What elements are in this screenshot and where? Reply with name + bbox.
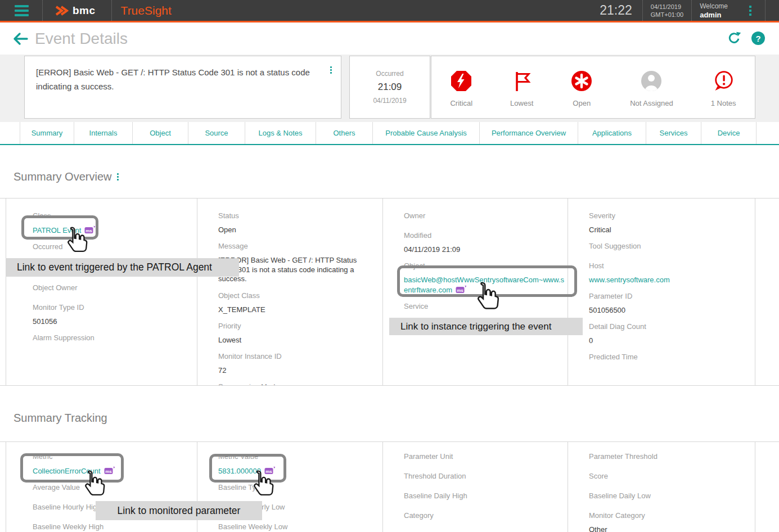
field-threshold-duration: Threshold Duration xyxy=(404,472,557,480)
notes-badge[interactable]: 1 Notes xyxy=(711,70,736,107)
tab-services[interactable]: Services xyxy=(646,122,701,144)
date: 04/11/2019 xyxy=(651,3,683,11)
field-service: Service xyxy=(404,302,557,310)
event-badges: Critical Lowest Open xyxy=(431,56,755,119)
tab-summary[interactable]: Summary xyxy=(20,122,74,144)
date-timezone: 04/11/2019 GMT+01:00 xyxy=(651,3,683,19)
tab-object[interactable]: Object xyxy=(132,122,188,144)
tab-source[interactable]: Source xyxy=(188,122,245,144)
status-badge[interactable]: Open xyxy=(571,70,592,107)
field-tool-suggestion: Tool Suggestion xyxy=(589,242,745,250)
class-link[interactable]: PATROL Eventms xyxy=(33,226,187,235)
event-details-page: bmc TrueSight 21:22 04/11/2019 GMT+01:00… xyxy=(0,0,779,532)
event-menu-icon[interactable] xyxy=(330,66,332,74)
field-message: Message [ERROR] Basic Web - GET /: HTTP … xyxy=(218,242,372,284)
object-link[interactable]: basicWeb@hostWwwSentrysoftwareCom~www.se… xyxy=(404,276,568,295)
overview-column-2: Status Open Message [ERROR] Basic Web - … xyxy=(197,199,383,385)
event-message-box: [ERROR] Basic Web - GET /: HTTP Status C… xyxy=(24,56,341,119)
field-baseline-daily-high: Baseline Daily High xyxy=(404,492,557,500)
timezone: GMT+01:00 xyxy=(651,11,683,19)
field-modified: Modified 04/11/2019 21:09 xyxy=(404,231,557,254)
field-monitor-instance-id: Monitor Instance ID 72 xyxy=(218,352,372,375)
field-detail-diag-count: Detail Diag Count 0 xyxy=(589,322,745,345)
menu-icon[interactable] xyxy=(15,5,29,16)
metric-link[interactable]: CollectionErrorCountms xyxy=(33,466,187,476)
welcome-label: Welcome xyxy=(700,2,728,11)
occurred-box: Occurred 21:09 04/11/2019 xyxy=(349,56,430,119)
field-predicted-time: Predicted Time xyxy=(589,353,745,361)
tab-others[interactable]: Others xyxy=(316,122,372,144)
note-bubble-icon xyxy=(713,70,734,92)
field-baseline-daily-low: Baseline Daily Low xyxy=(589,492,745,500)
divider xyxy=(691,0,692,21)
truesight-logo: TrueSight xyxy=(121,4,172,17)
field-host: Host www.sentrysoftware.com xyxy=(589,262,745,285)
tab-applications[interactable]: Applications xyxy=(578,122,646,144)
annotation-callout-instance: Link to instance triggering the event xyxy=(389,318,583,335)
field-baseline-weekly-low: Baseline Weekly Low xyxy=(218,522,372,531)
tracking-column-3: Parameter Unit Threshold Duration Baseli… xyxy=(383,442,568,532)
back-arrow-icon[interactable] xyxy=(12,32,28,46)
host-link[interactable]: www.sentrysoftware.com xyxy=(589,276,745,285)
svg-text:ms: ms xyxy=(86,228,93,233)
clock: 21:22 xyxy=(600,3,632,18)
username: admin xyxy=(700,11,728,19)
field-parameter-unit: Parameter Unit xyxy=(404,452,557,461)
field-priority: Priority Lowest xyxy=(218,322,372,345)
field-alarm-suppression: Alarm Suppression xyxy=(33,333,187,342)
page-header: Event Details ? xyxy=(0,22,779,55)
svg-text:ms: ms xyxy=(265,469,272,474)
occurred-date: 04/11/2019 xyxy=(350,97,430,105)
summary-overview-heading: Summary Overview xyxy=(13,170,779,183)
user-greeting[interactable]: Welcome admin xyxy=(700,2,728,19)
crosslaunch-icon[interactable]: ms xyxy=(264,466,276,475)
field-object: Object basicWeb@hostWwwSentrysoftwareCom… xyxy=(404,262,557,295)
divider xyxy=(111,0,112,21)
field-parameter-threshold: Parameter Threshold xyxy=(589,452,745,461)
field-owner: Owner xyxy=(404,211,557,220)
event-message: [ERROR] Basic Web - GET /: HTTP Status C… xyxy=(36,65,320,93)
flag-icon xyxy=(511,70,533,92)
overview-column-1: Class PATROL Eventms Occurred 04/11/2019… xyxy=(6,199,197,385)
divider xyxy=(42,0,43,21)
tab-internals[interactable]: Internals xyxy=(74,122,132,144)
field-monitor-category: Monitor Category Other xyxy=(589,511,745,532)
help-icon[interactable]: ? xyxy=(751,31,766,46)
person-icon xyxy=(641,70,662,92)
summary-tracking-heading: Summary Tracking xyxy=(13,411,779,425)
bmc-wordmark: bmc xyxy=(73,4,96,17)
open-asterisk-icon xyxy=(571,70,592,92)
crosslaunch-icon[interactable]: ms xyxy=(104,466,115,475)
field-category: Category xyxy=(404,511,557,520)
divider xyxy=(765,0,766,21)
tracking-column-4: Parameter Threshold Score Baseline Daily… xyxy=(568,442,755,532)
occurred-label: Occurred xyxy=(350,70,430,78)
assignee-badge[interactable]: Not Assigned xyxy=(630,70,673,107)
tab-device[interactable]: Device xyxy=(701,122,757,144)
divider xyxy=(642,0,643,21)
field-average-value: Average Value xyxy=(33,483,187,492)
detail-tabs: Summary Internals Object Source Logs & N… xyxy=(0,122,779,145)
tab-probable-cause-analysis[interactable]: Probable Cause Analysis xyxy=(372,122,479,144)
crosslaunch-icon[interactable]: ms xyxy=(84,226,96,234)
bmc-logo: bmc xyxy=(55,4,96,17)
crosslaunch-icon[interactable]: ms xyxy=(456,285,467,294)
field-severity: Severity Critical xyxy=(589,211,745,235)
section-menu-icon[interactable] xyxy=(117,173,119,181)
annotation-callout-patrol: Link to event triggered by the PATROL Ag… xyxy=(6,258,239,277)
tab-performance-overview[interactable]: Performance Overview xyxy=(479,122,578,144)
field-metric-value: Metric Value 5831.000000ms xyxy=(218,452,372,476)
priority-badge[interactable]: Lowest xyxy=(510,70,533,107)
refresh-icon[interactable] xyxy=(727,30,742,46)
field-monitor-type-id: Monitor Type ID 501056 xyxy=(33,303,187,326)
svg-text:?: ? xyxy=(755,33,760,43)
overview-column-4: Severity Critical Tool Suggestion Host w… xyxy=(568,199,755,385)
topbar-kebab-icon[interactable] xyxy=(749,6,751,16)
tab-logs-notes[interactable]: Logs & Notes xyxy=(245,122,316,144)
annotation-callout-parameter: Link to monitored parameter xyxy=(96,501,262,520)
severity-badge[interactable]: Critical xyxy=(450,70,472,107)
metric-value-link[interactable]: 5831.000000ms xyxy=(218,466,372,476)
field-object-class: Object Class X_TEMPLATE xyxy=(218,291,372,314)
field-class: Class PATROL Eventms xyxy=(33,211,187,235)
field-baseline-type: Baseline Type xyxy=(218,483,372,492)
